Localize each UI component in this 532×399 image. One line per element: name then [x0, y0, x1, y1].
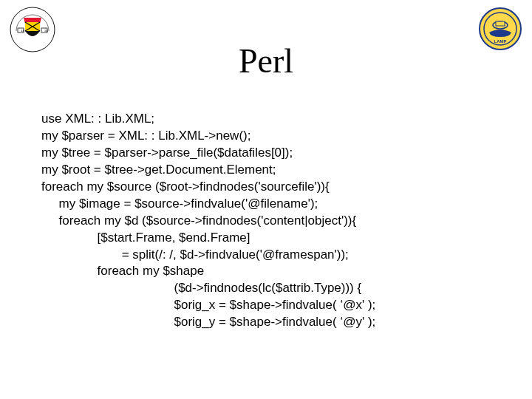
svg-text:18: 18: [21, 29, 25, 33]
perl-code-listing: use XML: : Lib.XML; my $parser = XML: : …: [41, 111, 502, 331]
svg-text:56: 56: [44, 29, 49, 33]
svg-rect-9: [496, 21, 505, 26]
slide-title: Perl: [0, 41, 532, 81]
